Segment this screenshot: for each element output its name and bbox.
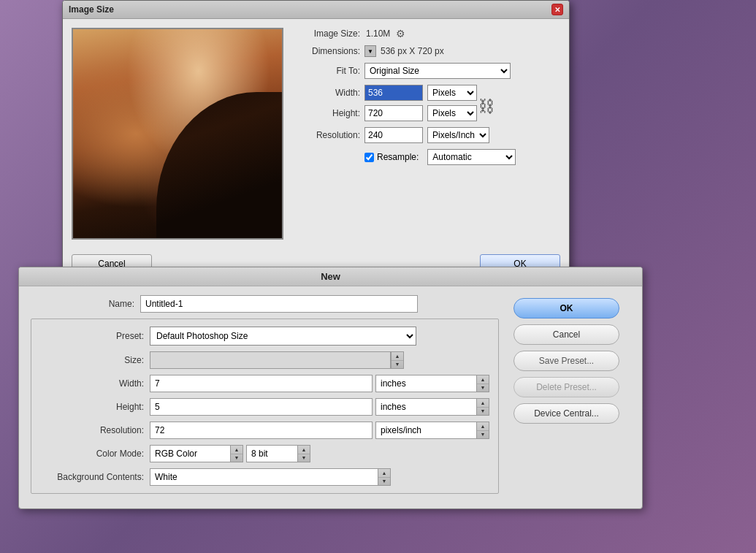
height-label: Height: (305, 108, 360, 118)
bit-depth-stepper-up[interactable]: ▲ (298, 446, 310, 454)
image-size-value: 1.10M (366, 28, 390, 39)
color-mode-stepper-down[interactable]: ▼ (231, 454, 243, 462)
bg-contents-container: White ▲ ▼ (150, 468, 391, 486)
bit-depth-stepper-down[interactable]: ▼ (298, 454, 310, 462)
new-width-unit-stepper-down[interactable]: ▼ (477, 384, 489, 392)
size-input[interactable] (150, 351, 391, 369)
size-stepper-up[interactable]: ▲ (392, 352, 403, 361)
image-size-title: Image Size (69, 4, 114, 15)
preset-select[interactable]: Default Photoshop Size U.S. Paper Intern… (150, 327, 416, 346)
save-preset-button[interactable]: Save Preset... (513, 351, 619, 371)
image-size-row: Image Size: 1.10M ⚙ (298, 28, 560, 39)
dimensions-row: Dimensions: ▼ 536 px X 720 px (298, 45, 560, 57)
color-mode-stepper[interactable]: ▲ ▼ (230, 445, 243, 462)
new-width-row: Width: inches ▲ ▼ (40, 375, 489, 392)
new-resolution-unit-display: pixels/inch (375, 422, 476, 439)
bg-contents-label: Background Contents: (40, 472, 150, 482)
name-input[interactable] (140, 295, 418, 313)
image-size-dialog: Image Size ✕ Image Size: 1.10M ⚙ Dimensi… (62, 0, 570, 283)
bit-depth-stepper[interactable]: ▲ ▼ (297, 445, 310, 462)
new-width-unit-display: inches (375, 375, 476, 392)
bit-depth-display: 8 bit (246, 445, 297, 462)
width-row: Width: Pixels Inches Percent (305, 85, 477, 101)
image-settings-panel: Image Size: 1.10M ⚙ Dimensions: ▼ 536 px… (298, 28, 560, 240)
fit-to-select[interactable]: Original Size (364, 63, 511, 79)
preset-label: Preset: (40, 331, 150, 341)
dimensions-toggle[interactable]: ▼ (364, 45, 376, 57)
height-input[interactable] (364, 105, 423, 121)
new-resolution-unit-stepper[interactable]: ▲ ▼ (476, 422, 489, 439)
new-height-input[interactable] (150, 398, 373, 416)
bg-contents-stepper[interactable]: ▲ ▼ (378, 468, 391, 486)
image-preview (72, 28, 283, 240)
resample-checkbox[interactable] (364, 153, 374, 162)
new-resolution-input[interactable] (150, 422, 373, 439)
new-width-label: Width: (40, 378, 150, 389)
color-mode-display: RGB Color (150, 445, 230, 462)
new-resolution-row: Resolution: pixels/inch ▲ ▼ (40, 422, 489, 439)
dimensions-value: 536 px X 720 px (381, 46, 444, 56)
color-mode-stepper-up[interactable]: ▲ (231, 446, 243, 454)
new-resolution-label: Resolution: (40, 425, 150, 435)
resample-select[interactable]: Automatic Preserve Details Bicubic Smoot… (427, 149, 516, 165)
bit-depth-container: 8 bit ▲ ▼ (246, 445, 310, 462)
image-size-label: Image Size: (298, 28, 360, 39)
size-stepper[interactable]: ▲ ▼ (391, 351, 404, 369)
new-dialog-left: Name: Preset: Default Photoshop Size U.S… (31, 295, 499, 500)
new-height-unit-stepper-down[interactable]: ▼ (477, 408, 489, 416)
new-dialog: New Name: Preset: Default Photoshop Size… (18, 267, 643, 509)
preset-section: Preset: Default Photoshop Size U.S. Pape… (31, 319, 499, 494)
delete-preset-button[interactable]: Delete Preset... (513, 377, 619, 397)
bg-contents-stepper-down[interactable]: ▼ (378, 478, 390, 486)
new-height-unit-stepper[interactable]: ▲ ▼ (476, 398, 489, 416)
dimensions-label: Dimensions: (298, 46, 360, 56)
color-mode-label: Color Mode: (40, 449, 150, 459)
resolution-unit-select[interactable]: Pixels/Inch Pixels/Cm (427, 127, 489, 143)
preset-row: Preset: Default Photoshop Size U.S. Pape… (40, 327, 489, 346)
resample-checkbox-label[interactable]: Resample: (364, 152, 419, 162)
close-button[interactable]: ✕ (551, 4, 563, 15)
resolution-input[interactable] (364, 127, 423, 143)
new-resolution-unit-container: pixels/inch ▲ ▼ (375, 422, 489, 439)
device-central-button[interactable]: Device Central... (513, 403, 619, 424)
height-row: Height: Pixels Inches Percent (305, 105, 477, 121)
name-label: Name: (31, 299, 140, 309)
new-dialog-title: New (321, 271, 340, 282)
width-label: Width: (305, 88, 360, 98)
fit-to-label: Fit To: (305, 66, 360, 76)
name-row: Name: (31, 295, 499, 313)
resample-label: Resample: (377, 152, 419, 162)
new-width-input[interactable] (150, 375, 373, 392)
new-dialog-body: Name: Preset: Default Photoshop Size U.S… (19, 286, 642, 508)
new-dialog-titlebar: New (19, 267, 642, 286)
new-width-unit-stepper-up[interactable]: ▲ (477, 375, 489, 384)
preview-image (73, 29, 282, 238)
new-height-unit-stepper-up[interactable]: ▲ (477, 399, 489, 408)
new-height-unit-container: inches ▲ ▼ (375, 398, 489, 416)
resolution-label: Resolution: (305, 130, 360, 140)
bg-contents-display: White (150, 468, 378, 486)
size-stepper-down[interactable]: ▼ (392, 361, 403, 369)
new-height-row: Height: inches ▲ ▼ (40, 398, 489, 416)
new-resolution-unit-stepper-up[interactable]: ▲ (477, 422, 489, 431)
new-cancel-button[interactable]: Cancel (513, 324, 619, 345)
resolution-row: Resolution: Pixels/Inch Pixels/Cm (305, 127, 560, 143)
new-height-label: Height: (40, 402, 150, 412)
width-input[interactable] (364, 85, 423, 101)
bg-contents-stepper-up[interactable]: ▲ (378, 469, 390, 478)
bg-contents-row: Background Contents: White ▲ ▼ (40, 468, 489, 486)
new-ok-button[interactable]: OK (513, 298, 619, 319)
chain-link-icon: ⛓ (481, 92, 492, 121)
width-unit-select[interactable]: Pixels Inches Percent (427, 85, 477, 101)
new-height-unit-display: inches (375, 398, 476, 416)
image-size-titlebar: Image Size ✕ (63, 1, 569, 19)
new-resolution-unit-stepper-down[interactable]: ▼ (477, 431, 489, 439)
new-width-unit-container: inches ▲ ▼ (375, 375, 489, 392)
resample-row: Resample: Automatic Preserve Details Bic… (305, 149, 560, 165)
height-unit-select[interactable]: Pixels Inches Percent (427, 105, 477, 121)
new-width-unit-stepper[interactable]: ▲ ▼ (476, 375, 489, 392)
size-label: Size: (40, 355, 150, 365)
preset-select-container: Default Photoshop Size U.S. Paper Intern… (150, 327, 416, 346)
color-mode-select-container: RGB Color ▲ ▼ (150, 445, 243, 462)
gear-icon[interactable]: ⚙ (396, 28, 405, 39)
